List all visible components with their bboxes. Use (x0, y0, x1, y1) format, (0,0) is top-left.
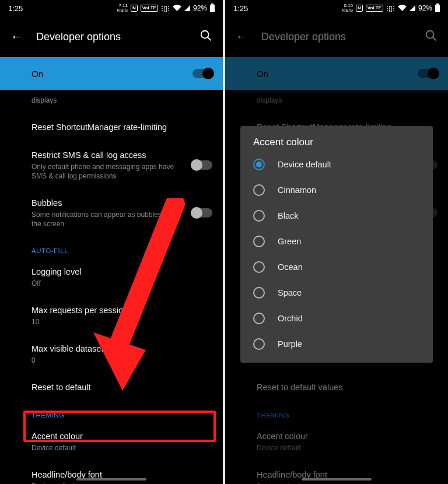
option-black[interactable]: Black (240, 203, 433, 229)
dialog-title: Accent colour (240, 136, 433, 152)
status-bar: 1:25 7.11KB/S N VoLTE ⁝▯⁝ 92% (0, 0, 223, 16)
phone-left: 1:25 7.11KB/S N VoLTE ⁝▯⁝ 92% ← Develope… (0, 0, 223, 484)
radio-icon (253, 184, 265, 196)
svg-point-3 (426, 30, 434, 38)
radio-icon (253, 338, 265, 350)
item-logging-level[interactable]: Logging level Off (0, 258, 223, 296)
toggle-restrict-sms[interactable] (192, 160, 212, 170)
radio-icon (253, 287, 265, 299)
item-displays-tail: displays (225, 90, 448, 113)
option-cinnamon[interactable]: Cinnamon (240, 177, 433, 203)
master-toggle[interactable] (418, 69, 438, 78)
item-accent-colour[interactable]: Accent colour Device default (0, 422, 223, 461)
back-icon[interactable]: ← (236, 29, 249, 44)
app-header: ← Developer options (225, 16, 448, 57)
item-displays-tail[interactable]: displays (0, 90, 223, 113)
back-icon[interactable]: ← (10, 29, 23, 44)
page-title: Developer options (261, 31, 412, 43)
master-toggle-row[interactable]: On (225, 57, 448, 90)
search-icon[interactable] (425, 29, 438, 45)
vibrate-icon: ⁝▯⁝ (161, 4, 170, 13)
svg-point-0 (201, 30, 209, 38)
data-rate: 7.11KB/S (117, 3, 128, 13)
master-toggle-label: On (257, 69, 268, 79)
battery-icon (210, 5, 215, 12)
battery-percent: 92% (193, 4, 207, 12)
signal-icon (184, 5, 190, 11)
nav-gesture-bar[interactable] (302, 478, 372, 481)
toggle-bubbles[interactable] (192, 208, 212, 218)
status-clock: 1:25 (233, 4, 248, 13)
page-title: Developer options (36, 31, 187, 43)
wifi-icon (173, 5, 181, 12)
battery-icon (435, 5, 440, 12)
radio-icon (253, 210, 265, 222)
nav-gesture-bar[interactable] (76, 478, 146, 481)
section-autofill: AUTO-FILL (0, 237, 223, 258)
status-clock: 1:25 (8, 4, 23, 13)
radio-icon (253, 261, 265, 273)
battery-percent: 92% (418, 4, 432, 12)
item-bubbles[interactable]: Bubbles Some notifications can appear as… (0, 189, 223, 237)
nfc-icon: N (131, 5, 138, 12)
item-headline-font: Headline/body font Device default (225, 461, 448, 484)
volte-icon: VoLTE (141, 5, 158, 12)
signal-icon (410, 5, 415, 11)
volte-icon: VoLTE (366, 5, 383, 12)
option-ocean[interactable]: Ocean (240, 254, 433, 280)
status-bar: 1:25 0.15KB/S N VoLTE ⁝▯⁝ 92% (225, 0, 448, 16)
option-green[interactable]: Green (240, 229, 433, 254)
option-purple[interactable]: Purple (240, 331, 433, 357)
option-device-default[interactable]: Device default (240, 152, 433, 177)
option-space[interactable]: Space (240, 280, 433, 306)
phone-right: 1:25 0.15KB/S N VoLTE ⁝▯⁝ 92% ← Develope… (225, 0, 448, 484)
section-theming: THEMING (0, 401, 223, 422)
item-accent-colour: Accent colour Device default (225, 422, 448, 461)
svg-line-4 (433, 37, 436, 40)
settings-list: displays Reset ShortcutManager rate-limi… (0, 90, 223, 484)
radio-icon (253, 236, 265, 247)
master-toggle-label: On (32, 69, 43, 79)
wifi-icon (398, 5, 407, 12)
master-toggle[interactable] (192, 69, 212, 78)
search-icon[interactable] (200, 29, 212, 45)
section-theming: THEMING (225, 401, 448, 422)
radio-selected-icon (253, 159, 265, 170)
master-toggle-row[interactable]: On (0, 57, 223, 90)
item-headline-font[interactable]: Headline/body font Device default (0, 461, 223, 484)
svg-line-1 (208, 37, 211, 40)
accent-colour-dialog: Accent colour Device default Cinnamon Bl… (240, 126, 433, 363)
radio-icon (253, 313, 265, 324)
option-orchid[interactable]: Orchid (240, 306, 433, 331)
item-reset-shortcut[interactable]: Reset ShortcutManager rate-limiting (0, 113, 223, 141)
item-max-requests[interactable]: Max requests per session 10 (0, 296, 223, 335)
item-restrict-sms[interactable]: Restrict SMS & call log access Only defa… (0, 141, 223, 189)
app-header: ← Developer options (0, 16, 223, 57)
item-max-visible[interactable]: Max visible datasets 0 (0, 335, 223, 373)
data-rate: 0.15KB/S (342, 3, 353, 13)
item-reset-default[interactable]: Reset to default (0, 373, 223, 401)
vibrate-icon: ⁝▯⁝ (386, 4, 395, 13)
nfc-icon: N (356, 5, 363, 12)
item-reset-default: Reset to default values (225, 373, 448, 401)
